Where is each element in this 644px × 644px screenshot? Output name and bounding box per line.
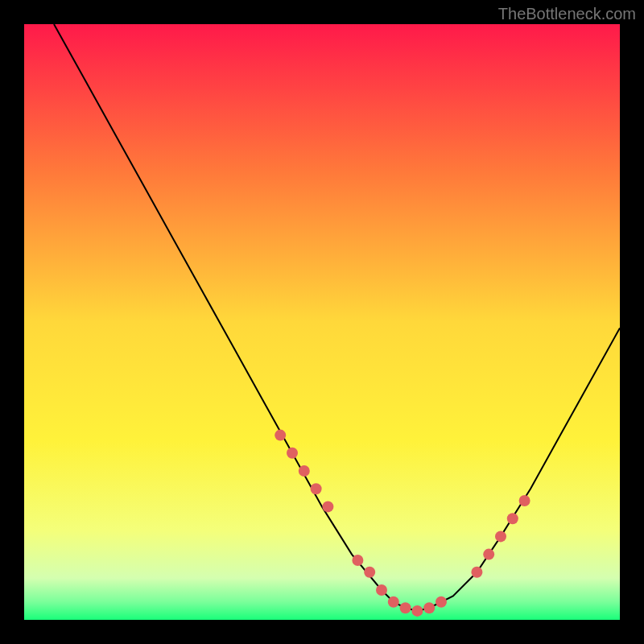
chart-container: TheBottleneck.com	[0, 0, 644, 644]
marker-dot	[483, 549, 494, 560]
marker-dot	[376, 584, 387, 596]
marker-dot	[299, 465, 310, 477]
marker-dot	[507, 513, 518, 524]
marker-dot	[519, 495, 530, 506]
marker-dot	[436, 597, 447, 608]
marker-dot	[471, 567, 482, 578]
watermark-text: TheBottleneck.com	[498, 5, 636, 23]
marker-dot	[400, 602, 411, 613]
gradient-background	[24, 24, 620, 620]
marker-dot	[388, 597, 399, 608]
chart-svg	[24, 24, 620, 620]
marker-dot	[287, 448, 298, 459]
marker-dot	[352, 555, 363, 566]
marker-dot	[495, 530, 506, 542]
marker-dot	[275, 430, 286, 441]
marker-dot	[311, 483, 322, 494]
marker-dot	[322, 501, 333, 512]
marker-dot	[411, 605, 423, 617]
marker-dot	[364, 567, 375, 578]
marker-dot	[423, 602, 435, 613]
chart-plot-area	[24, 24, 620, 620]
